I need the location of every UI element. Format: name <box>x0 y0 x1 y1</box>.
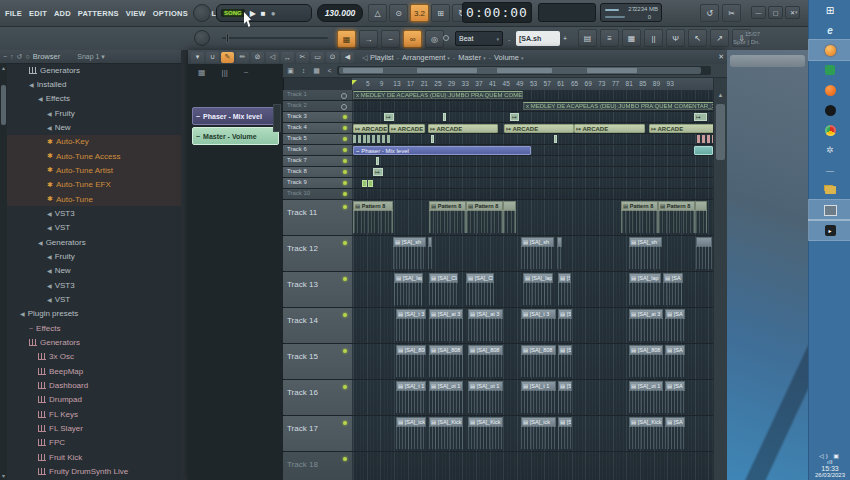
track-header-track-6[interactable]: Track 6 <box>283 145 353 155</box>
menu-patterns[interactable]: PATTERNS <box>78 9 119 18</box>
playlist-clip[interactable]: ▤ [SA <box>665 417 685 449</box>
browser-scroll-thumb[interactable] <box>1 85 6 125</box>
playlist-clip[interactable]: ▤ [SA <box>665 345 685 377</box>
menu-add[interactable]: ADD <box>54 9 71 18</box>
menu-options[interactable]: OPTIONS <box>153 9 188 18</box>
browser-item-drumpad[interactable]: Drumpad <box>7 393 181 407</box>
playlist-clip[interactable] <box>694 146 713 155</box>
picker-scrollbar[interactable] <box>273 104 281 132</box>
playlist-clip[interactable]: ▤ [SA]_at 3 <box>468 309 503 341</box>
playlist-close-button[interactable]: ✕ <box>718 53 724 61</box>
track-lane[interactable]: x MEDLEY DE ACAPELAS (DEU) JUMBO PRA QUE… <box>353 101 714 111</box>
track-lane[interactable] <box>353 178 714 188</box>
step-edit-icon[interactable]: → <box>359 30 378 48</box>
mute-tool-icon[interactable]: ◁ <box>266 52 279 63</box>
pattern-minus-button[interactable]: - <box>508 36 510 43</box>
browser-item-fruit-kick[interactable]: Fruit Kick <box>7 450 181 464</box>
playlist-clip[interactable]: ↦ ARCADE <box>389 124 425 133</box>
playlist-clip[interactable]: ▤ Pattern 8 <box>466 201 503 233</box>
playlist-clip[interactable]: ▤ [SA]_sh <box>521 237 554 269</box>
playlist-clip[interactable]: ▤ [SA]_Clap <box>466 273 494 305</box>
track-header-track-10[interactable]: Track 10 <box>283 189 353 199</box>
restart-icon[interactable]: ↺ <box>700 4 719 22</box>
plugin-icon[interactable]: Ψ <box>666 29 685 47</box>
track-header-track-17[interactable]: Track 17 <box>283 416 353 451</box>
browser-item-vst[interactable]: ◀VST <box>7 221 181 235</box>
updown-icon[interactable]: ↕ <box>298 67 309 75</box>
track-lane[interactable]: ▤ [SA]_808▤ [SA]_808▤ [SA]_808▤ [SA]_808… <box>353 344 714 379</box>
punch-icon[interactable]: ~ <box>381 30 400 48</box>
playlist-clip[interactable]: ↦ <box>384 113 394 121</box>
playlist-clip[interactable]: ▤ Pattern 8 <box>429 201 466 233</box>
playlist-clip[interactable]: ▤ [SA]_Kick <box>429 417 463 449</box>
track-lane[interactable]: ▤ [SA]_sh▤ [SA]_sh▤ [SA]_sh <box>353 236 714 271</box>
playlist-clip[interactable]: ▤ [SA]_Kick <box>629 417 663 449</box>
playlist-clip[interactable]: ▤ [S <box>558 345 572 377</box>
playlist-clip[interactable]: ▤ [SA]_t 1 <box>521 381 556 413</box>
folder-icon[interactable] <box>809 180 850 200</box>
scroll-left-icon[interactable]: < <box>324 67 335 75</box>
playlist-clip[interactable]: ▤ [SA <box>663 273 683 305</box>
track-lane[interactable] <box>353 134 714 144</box>
detach-icon[interactable]: ▣ <box>285 67 296 75</box>
draw-icon[interactable]: ✎ <box>221 52 234 63</box>
vertical-scrollbar[interactable]: ▲ <box>713 78 727 480</box>
track-mute-led[interactable] <box>343 385 347 389</box>
wait-input-icon[interactable]: ⊙ <box>389 4 408 22</box>
chrome-icon[interactable] <box>809 120 850 140</box>
select-icon[interactable]: ▭ <box>311 52 324 63</box>
browser-item-auto-tune-efx[interactable]: ✱Auto-Tune EFX <box>7 178 181 192</box>
playlist-clip[interactable]: ▤ [SA]_808 <box>521 345 556 377</box>
track-mute-led[interactable] <box>343 277 347 281</box>
mixer-icon[interactable]: || <box>644 29 663 47</box>
browser-item-new[interactable]: ◀New <box>7 264 181 278</box>
magnet-icon[interactable]: ∪ <box>206 52 219 63</box>
record-button[interactable]: ● <box>271 9 276 18</box>
playlist-clip[interactable]: ~ Phaser - Mix level <box>353 146 531 155</box>
gray-app-icon[interactable]: ✲ <box>809 140 850 160</box>
delete-icon[interactable]: ⊘ <box>251 52 264 63</box>
track-mute-led[interactable] <box>343 313 347 317</box>
browser-item-new[interactable]: ◀New <box>7 120 181 134</box>
playlist-clip[interactable] <box>695 201 707 233</box>
browser-item-vst3[interactable]: ◀VST3 <box>7 206 181 220</box>
browser-item-vst3[interactable]: ◀VST3 <box>7 278 181 292</box>
pattern-group-select[interactable]: Beat ▾ <box>455 31 503 46</box>
playlist-clip[interactable]: ↦ <box>510 113 519 121</box>
metronome-icon[interactable]: △ <box>368 4 387 22</box>
slip-icon[interactable]: ↔ <box>281 52 294 63</box>
picker-patterns-icon[interactable]: ▦ <box>198 68 206 77</box>
track-header-track-1[interactable]: Track 1 <box>283 90 353 100</box>
playlist-clip[interactable]: ▤ [SA]_t 1 <box>396 381 426 413</box>
vscroll-thumb[interactable] <box>716 104 725 160</box>
track-lane[interactable]: ▤ Pattern 8▤ Pattern 8▤ Pattern 8▤ Patte… <box>353 200 714 235</box>
playlist-clip[interactable]: ↦ <box>694 113 707 121</box>
playlist-clip[interactable]: ▤ [SA]_ick <box>396 417 426 449</box>
menu-view[interactable]: VIEW <box>126 9 146 18</box>
scroll-up-icon[interactable]: ▲ <box>714 92 727 98</box>
playlist-clip[interactable]: ▤ [SA]_ot 1 <box>429 381 463 413</box>
browser-item-dashboard[interactable]: Dashboard <box>7 378 181 392</box>
track-mute-led[interactable] <box>343 349 347 353</box>
track-mute-led[interactable] <box>343 457 347 461</box>
refresh-icon[interactable]: ↺ <box>17 53 23 61</box>
browser-item-generators[interactable]: Generators <box>7 335 181 349</box>
playlist-clip[interactable]: ▤ [SA]_Kick <box>468 417 503 449</box>
playlist-clip[interactable] <box>376 157 379 165</box>
typing-keyboard-icon[interactable]: ▦ <box>337 30 356 48</box>
scroll-up-icon[interactable]: ▴ <box>0 64 7 71</box>
zoom-tool-icon[interactable]: ⊙ <box>326 52 339 63</box>
track-header-track-15[interactable]: Track 15 <box>283 344 353 379</box>
track-lane[interactable] <box>353 452 714 480</box>
track-header-track-14[interactable]: Track 14 <box>283 308 353 343</box>
playlist-clip[interactable]: ▤ [SA]_808 <box>629 345 663 377</box>
browser-item-generators[interactable]: Generators <box>7 63 181 77</box>
browser-item-auto-tune-access[interactable]: ✱Auto-Tune Access <box>7 149 181 163</box>
track-mute-led[interactable] <box>341 93 347 99</box>
playlist-clip[interactable]: x MEDLEY DE ACAPELAS (DEU) JUMBO PRA QUE… <box>353 91 523 99</box>
playlist-clip[interactable]: ↦ <box>373 168 383 176</box>
playlist-clip[interactable] <box>362 180 367 187</box>
pattern-plus-button[interactable]: + <box>563 35 567 42</box>
stop-button[interactable]: ■ <box>261 9 266 18</box>
playlist-clip[interactable]: ▤ [SA <box>665 309 685 341</box>
